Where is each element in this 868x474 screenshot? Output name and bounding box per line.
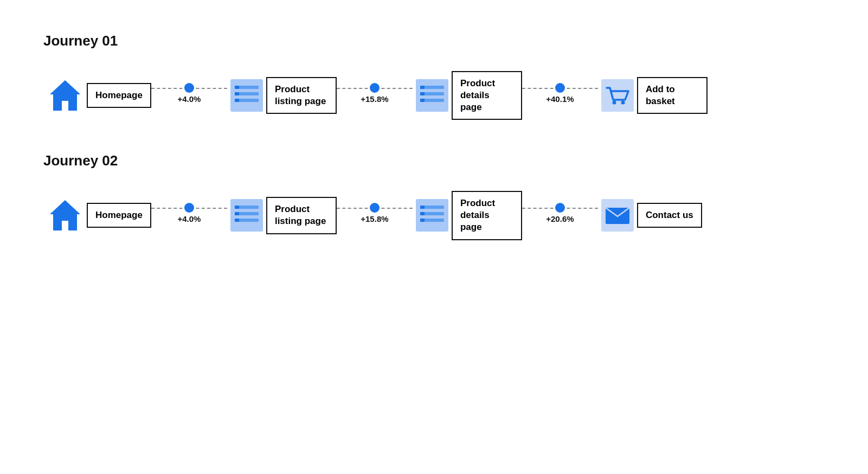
node-pdp-2: Product details page (413, 191, 522, 240)
svg-rect-33 (420, 219, 425, 222)
connector-pct-1-1: +4.0% (177, 94, 201, 104)
contact-2-label: Contact us (637, 203, 702, 228)
pdp-2-label: Product details page (452, 191, 522, 240)
svg-rect-7 (235, 92, 239, 95)
connector-2-2: +15.8% (337, 208, 413, 223)
connector-2-1: +4.0% (151, 208, 227, 223)
list-icon-pdp-1 (413, 76, 452, 115)
connector-pct-2-1: +4.0% (177, 214, 201, 223)
main-container: Journey 01 Homepage +4.0% (0, 0, 868, 305)
svg-point-18 (621, 101, 625, 105)
svg-rect-32 (420, 212, 425, 215)
pdp-1-label: Product details page (452, 71, 522, 120)
node-pdp-1: Product details page (413, 71, 522, 120)
homepage-1-label: Homepage (87, 83, 151, 108)
connector-dot-1-2 (370, 83, 380, 93)
connector-dot-2-3 (555, 203, 565, 213)
connector-dot-2-2 (370, 203, 380, 213)
connector-1-3: +40.1% (522, 88, 598, 104)
svg-rect-6 (235, 86, 239, 89)
homepage-2-label: Homepage (87, 203, 151, 228)
connector-1-1: +4.0% (151, 88, 227, 104)
node-plp-2: Product listing page (227, 196, 337, 235)
svg-rect-25 (235, 212, 239, 215)
node-homepage-2: Homepage (43, 194, 151, 237)
home-icon-2 (43, 194, 87, 237)
connector-dot-1-3 (555, 83, 565, 93)
svg-rect-15 (420, 99, 425, 102)
node-basket-1: Add to basket (598, 76, 708, 115)
journey-02-section: Journey 02 Homepage +4.0% (43, 152, 825, 240)
plp-2-label: Product listing page (266, 197, 337, 234)
connector-dot-1-1 (184, 83, 194, 93)
svg-marker-19 (50, 200, 80, 230)
journey-01-title: Journey 01 (43, 33, 825, 49)
journey-02-title: Journey 02 (43, 152, 825, 169)
journey-01-flow: Homepage +4.0% (43, 71, 825, 120)
svg-point-17 (612, 101, 616, 105)
connector-2-3: +20.6% (522, 208, 598, 223)
mail-icon-2 (598, 196, 637, 235)
node-contact-2: Contact us (598, 196, 702, 235)
basket-1-label: Add to basket (637, 77, 708, 114)
list-icon-1 (227, 76, 266, 115)
connector-pct-1-3: +40.1% (546, 94, 574, 104)
plp-1-label: Product listing page (266, 77, 337, 114)
node-homepage-1: Homepage (43, 74, 151, 117)
list-icon-pdp-2 (413, 196, 452, 235)
list-icon-2 (227, 196, 266, 235)
cart-icon-1 (598, 76, 637, 115)
connector-dot-2-1 (184, 203, 194, 213)
svg-rect-24 (235, 206, 239, 209)
svg-rect-14 (420, 92, 425, 95)
journey-01-section: Journey 01 Homepage +4.0% (43, 33, 825, 120)
svg-rect-26 (235, 219, 239, 222)
home-icon-1 (43, 74, 87, 117)
svg-rect-16 (601, 79, 634, 112)
svg-marker-0 (50, 80, 80, 111)
connector-pct-2-3: +20.6% (546, 214, 574, 223)
journey-02-flow: Homepage +4.0% (43, 191, 825, 240)
svg-rect-31 (420, 206, 425, 209)
node-plp-1: Product listing page (227, 76, 337, 115)
svg-rect-13 (420, 86, 425, 89)
connector-pct-2-2: +15.8% (361, 214, 388, 223)
connector-pct-1-2: +15.8% (361, 94, 388, 104)
connector-1-2: +15.8% (337, 88, 413, 104)
svg-rect-8 (235, 99, 239, 102)
